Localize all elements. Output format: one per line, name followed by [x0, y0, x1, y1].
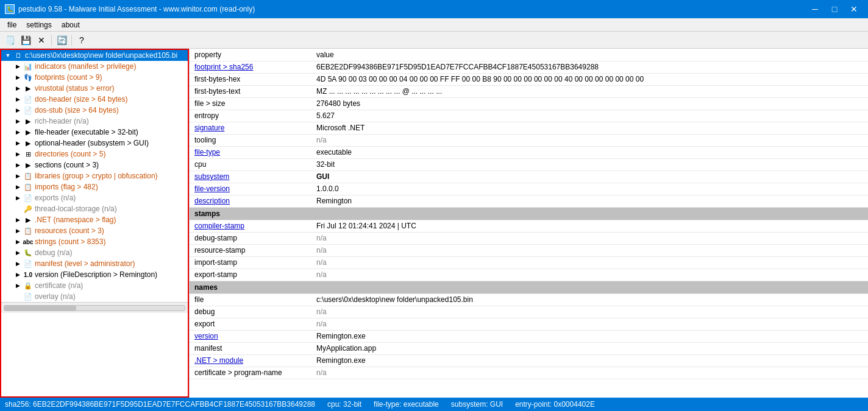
tree-item-debug[interactable]: ▶ 🐛 debug (n/a)	[1, 247, 188, 258]
scrollbar-thumb[interactable]	[4, 306, 76, 311]
toolbar-refresh-button[interactable]: 🔄	[54, 33, 69, 47]
file-header-expander[interactable]: ▶	[13, 128, 22, 136]
strings-expander[interactable]: ▶	[13, 237, 22, 246]
overlay-icon: 📄	[23, 292, 33, 301]
libraries-expander[interactable]: ▶	[13, 172, 22, 180]
toolbar-help-button[interactable]: ?	[74, 33, 89, 47]
root-expander[interactable]: ▼	[4, 51, 12, 60]
table-row: signature Microsoft .NET	[190, 122, 868, 134]
close-button[interactable]: ✕	[845, 2, 863, 16]
debug-icon: 🐛	[23, 248, 33, 257]
tree-item-net[interactable]: ▶ ▶ .NET (namespace > flag)	[1, 214, 188, 225]
file-header-label: file-header (executable > 32-bit)	[35, 128, 138, 136]
prop-file-type[interactable]: file-type	[190, 146, 311, 158]
tree-item-imports[interactable]: ▶ 📋 imports (flag > 482)	[1, 181, 188, 192]
maximize-button[interactable]: □	[825, 2, 844, 16]
scrollbar-track[interactable]	[4, 305, 185, 311]
tree-item-resources[interactable]: ▶ 📋 resources (count > 3)	[1, 225, 188, 236]
table-row: footprint > sha256 6EB2E2DF994386BE971F5…	[190, 61, 868, 73]
status-cpu: cpu: 32-bit	[327, 400, 361, 409]
tree-item-overlay[interactable]: ▶ 📄 overlay (n/a)	[1, 291, 188, 302]
tree-item-sections[interactable]: ▶ ▶ sections (count > 3)	[1, 160, 188, 170]
bar-chart-icon: 📊	[23, 62, 33, 71]
strings-icon: abc	[23, 237, 33, 246]
menu-file[interactable]: file	[2, 19, 21, 30]
indicators-expander[interactable]: ▶	[13, 62, 22, 71]
tree-item-strings[interactable]: ▶ abc strings (count > 8353)	[1, 236, 188, 247]
version-expander[interactable]: ▶	[13, 270, 22, 279]
prop-file-name: file	[190, 293, 311, 306]
toolbar-save-button[interactable]: 💾	[18, 33, 33, 47]
tree-item-libraries[interactable]: ▶ 📋 libraries (group > crypto | obfuscat…	[1, 170, 188, 181]
tree-item-certificate[interactable]: ▶ 🔒 certificate (n/a)	[1, 280, 188, 291]
tree-item-manifest[interactable]: ▶ 📄 manifest (level > administrator)	[1, 258, 188, 269]
virustotal-icon: ▶	[23, 84, 33, 93]
tree-item-rich-header[interactable]: ▶ ▶ rich-header (n/a)	[1, 116, 188, 127]
tree-item-indicators[interactable]: ▶ 📊 indicators (manifest > privilege)	[1, 61, 188, 72]
optional-header-expander[interactable]: ▶	[13, 139, 22, 147]
val-entropy: 5.627	[311, 110, 868, 122]
debug-expander[interactable]: ▶	[13, 248, 22, 257]
tree-item-thread-local[interactable]: ▶ 🔑 thread-local-storage (n/a)	[1, 203, 188, 214]
minimize-button[interactable]: ─	[806, 2, 824, 16]
net-expander[interactable]: ▶	[13, 216, 22, 224]
toolbar: 🗒️ 💾 ✕ 🔄 ?	[0, 32, 868, 49]
toolbar-close-button[interactable]: ✕	[34, 33, 49, 47]
dos-header-expander[interactable]: ▶	[13, 95, 22, 104]
tree-item-virustotal[interactable]: ▶ ▶ virustotal (status > error)	[1, 83, 188, 94]
menu-about[interactable]: about	[57, 19, 85, 30]
footprint-icon: 👣	[23, 73, 33, 82]
tree-item-footprints[interactable]: ▶ 👣 footprints (count > 9)	[1, 72, 188, 83]
manifest-expander[interactable]: ▶	[13, 259, 22, 268]
tree-item-optional-header[interactable]: ▶ ▶ optional-header (subsystem > GUI)	[1, 138, 188, 149]
imports-icon: 📋	[23, 183, 33, 191]
prop-resource-stamp: resource-stamp	[190, 244, 311, 256]
val-cert-program: n/a	[311, 367, 868, 379]
val-export-name: n/a	[311, 318, 868, 330]
app-icon: 🐛	[5, 4, 15, 14]
val-import-stamp: n/a	[311, 256, 868, 269]
dos-stub-expander[interactable]: ▶	[13, 106, 22, 114]
table-row: tooling n/a	[190, 134, 868, 146]
certificate-expander[interactable]: ▶	[13, 281, 22, 290]
imports-expander[interactable]: ▶	[13, 183, 22, 191]
tree-root[interactable]: ▼ 🗋 c:\users\0x\desktop\new folder\unpac…	[1, 50, 188, 61]
tree-item-directories[interactable]: ▶ ⊞ directories (count > 5)	[1, 149, 188, 160]
tree-item-dos-stub[interactable]: ▶ 📄 dos-stub (size > 64 bytes)	[1, 105, 188, 116]
prop-description[interactable]: description	[190, 195, 311, 207]
table-row: debug-stamp n/a	[190, 232, 868, 244]
table-row: import-stamp n/a	[190, 256, 868, 269]
prop-subsystem[interactable]: subsystem	[190, 170, 311, 183]
section-names: names	[190, 281, 868, 293]
resources-expander[interactable]: ▶	[13, 227, 22, 235]
prop-sha256[interactable]: footprint > sha256	[190, 61, 311, 73]
tree-item-file-header[interactable]: ▶ ▶ file-header (executable > 32-bit)	[1, 127, 188, 138]
val-file-size: 276480 bytes	[311, 97, 868, 110]
prop-compiler-stamp[interactable]: compiler-stamp	[190, 220, 311, 232]
file-icon: 🗋	[13, 51, 23, 60]
rich-header-expander[interactable]: ▶	[13, 117, 22, 125]
sections-expander[interactable]: ▶	[13, 161, 22, 169]
prop-file-version[interactable]: file-version	[190, 183, 311, 195]
virustotal-expander[interactable]: ▶	[13, 84, 22, 93]
tree-item-exports[interactable]: ▶ 📄 exports (n/a)	[1, 192, 188, 203]
prop-version-name[interactable]: version	[190, 330, 311, 342]
directories-expander[interactable]: ▶	[13, 150, 22, 158]
tree-item-dos-header[interactable]: ▶ 📄 dos-header (size > 64 bytes)	[1, 94, 188, 105]
left-scrollbar[interactable]	[1, 302, 188, 313]
title-bar: 🐛 pestudio 9.58 - Malware Initial Assess…	[0, 0, 868, 18]
prop-net-module[interactable]: .NET > module	[190, 354, 311, 367]
prop-entropy: entropy	[190, 110, 311, 122]
prop-import-stamp: import-stamp	[190, 256, 311, 269]
net-icon: ▶	[23, 216, 33, 224]
prop-first-bytes-text: first-bytes-text	[190, 85, 311, 97]
exports-expander[interactable]: ▶	[13, 194, 22, 202]
toolbar-new-button[interactable]: 🗒️	[2, 33, 17, 47]
menu-settings[interactable]: settings	[21, 19, 56, 30]
footprints-expander[interactable]: ▶	[13, 73, 22, 82]
virustotal-label: virustotal (status > error)	[35, 84, 114, 93]
prop-signature[interactable]: signature	[190, 122, 311, 134]
tree-item-version[interactable]: ▶ 1.0 version (FileDescription > Remingt…	[1, 269, 188, 280]
resources-icon: 📋	[23, 227, 33, 235]
status-bar: sha256: 6EB2E2DF994386BE971F5D95D1EAD7E7…	[0, 398, 868, 411]
